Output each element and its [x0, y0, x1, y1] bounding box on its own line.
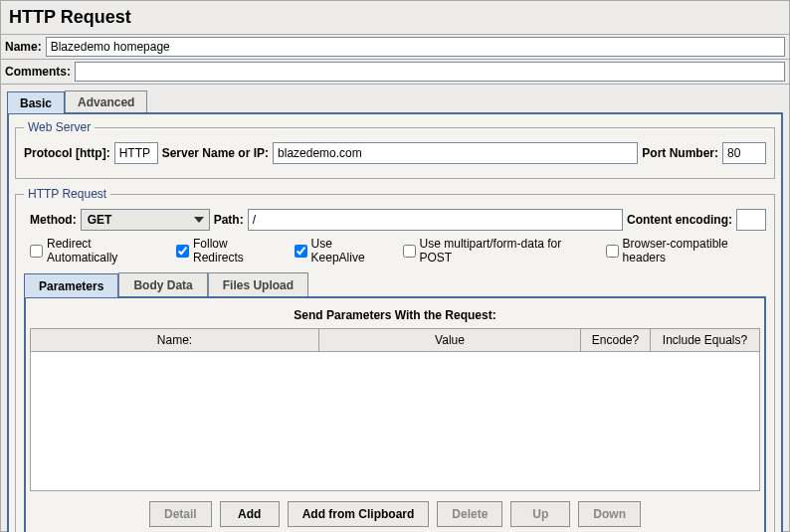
tab-parameters[interactable]: Parameters — [24, 273, 118, 297]
comments-input[interactable] — [75, 62, 785, 82]
method-label: Method: — [30, 213, 77, 227]
method-select[interactable]: GET — [81, 209, 210, 231]
http-request-legend: HTTP Request — [24, 187, 110, 201]
checkbox-row: Redirect Automatically Follow Redirects … — [24, 237, 766, 265]
params-title: Send Parameters With the Request: — [30, 302, 760, 328]
add-from-clipboard-button[interactable]: Add from Clipboard — [288, 501, 430, 527]
multipart-checkbox[interactable] — [403, 245, 416, 258]
http-request-panel: HTTP Request Name: Comments: Basic Advan… — [0, 0, 790, 532]
add-button[interactable]: Add — [220, 501, 280, 527]
params-buttons: Detail Add Add from Clipboard Delete Up … — [30, 501, 760, 527]
tab-advanced[interactable]: Advanced — [65, 90, 147, 112]
method-value: GET — [88, 213, 112, 227]
col-encode[interactable]: Encode? — [581, 329, 651, 352]
comments-label: Comments: — [5, 65, 71, 79]
protocol-input[interactable] — [114, 142, 158, 164]
redirect-auto-checkbox[interactable] — [30, 245, 43, 258]
redirect-auto-label: Redirect Automatically — [47, 237, 158, 265]
http-request-fieldset: HTTP Request Method: GET Path: Content e… — [15, 187, 775, 532]
tab-files-upload[interactable]: Files Upload — [208, 272, 308, 296]
server-name-input[interactable] — [273, 142, 638, 164]
name-input[interactable] — [46, 37, 785, 57]
web-server-legend: Web Server — [24, 120, 95, 134]
parameters-panel: Send Parameters With the Request: Name: … — [24, 296, 766, 532]
web-server-fieldset: Web Server Protocol [http]: Server Name … — [15, 120, 775, 179]
delete-button[interactable]: Delete — [437, 501, 502, 527]
comments-row: Comments: — [1, 60, 789, 85]
col-value[interactable]: Value — [319, 329, 581, 352]
tab-basic[interactable]: Basic — [7, 91, 65, 113]
name-label: Name: — [5, 40, 42, 54]
content-encoding-label: Content encoding: — [627, 213, 732, 227]
follow-redirects-checkbox[interactable] — [176, 245, 189, 258]
browser-compat-checkbox[interactable] — [606, 245, 619, 258]
col-include-equals[interactable]: Include Equals? — [651, 329, 760, 352]
params-empty-area[interactable] — [30, 352, 760, 491]
main-tabs: Basic Advanced — [7, 90, 789, 112]
port-number-input[interactable] — [722, 142, 766, 164]
basic-panel: Web Server Protocol [http]: Server Name … — [7, 112, 783, 532]
server-name-label: Server Name or IP: — [162, 146, 269, 160]
panel-title: HTTP Request — [1, 1, 789, 35]
col-name[interactable]: Name: — [31, 329, 319, 352]
content-encoding-input[interactable] — [736, 209, 766, 231]
tab-body-data[interactable]: Body Data — [118, 272, 207, 296]
sub-tabs: Parameters Body Data Files Upload — [24, 272, 766, 296]
path-input[interactable] — [248, 209, 623, 231]
multipart-label: Use multipart/form-data for POST — [420, 237, 588, 265]
path-label: Path: — [214, 213, 244, 227]
down-button[interactable]: Down — [578, 501, 641, 527]
keepalive-checkbox[interactable] — [295, 245, 307, 258]
keepalive-label: Use KeepAlive — [311, 237, 385, 265]
params-table: Name: Value Encode? Include Equals? — [30, 328, 760, 352]
protocol-label: Protocol [http]: — [24, 146, 110, 160]
port-number-label: Port Number: — [642, 146, 718, 160]
detail-button[interactable]: Detail — [149, 501, 212, 527]
follow-redirects-label: Follow Redirects — [193, 237, 277, 265]
up-button[interactable]: Up — [510, 501, 570, 527]
name-row: Name: — [1, 35, 789, 60]
browser-compat-label: Browser-compatible headers — [623, 237, 766, 265]
chevron-down-icon — [191, 212, 207, 228]
